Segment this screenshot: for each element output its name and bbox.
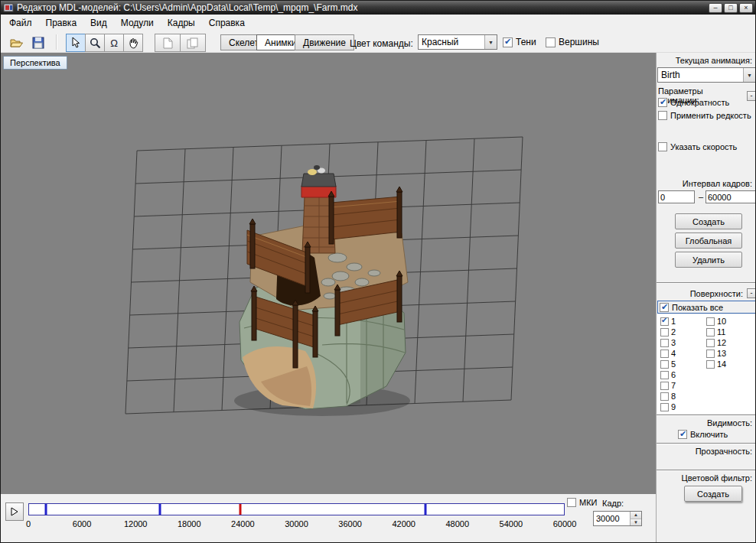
- select-tool-button[interactable]: [66, 34, 86, 52]
- checkbox-box: [658, 98, 667, 107]
- shadows-checkbox[interactable]: Тени: [503, 37, 536, 47]
- create-animation-button[interactable]: Создать: [675, 213, 742, 229]
- surface-checkbox-3[interactable]: 3: [660, 337, 676, 348]
- current-animation-value: Birth: [661, 70, 743, 80]
- checkbox-box: [660, 328, 669, 337]
- frame-copy-group: [155, 34, 206, 52]
- create-filter-button[interactable]: Создать: [684, 486, 742, 502]
- surface-checkbox-13[interactable]: 13: [706, 348, 726, 359]
- rotate-icon: Ω: [110, 38, 118, 48]
- surface-checkbox-7[interactable]: 7: [660, 380, 676, 391]
- menu-edit[interactable]: Правка: [39, 15, 84, 31]
- open-button[interactable]: [7, 34, 27, 51]
- tick-label: 48000: [446, 519, 470, 528]
- surfaces-more-button[interactable]: -: [747, 288, 756, 298]
- team-color-select[interactable]: Красный ▼: [418, 34, 497, 50]
- enable-checkbox[interactable]: Включить: [678, 430, 728, 439]
- current-animation-select[interactable]: Birth ▼: [657, 67, 756, 83]
- cursor-icon: [71, 37, 80, 49]
- speed-label: Указать скорость: [670, 142, 737, 151]
- tick-label: 42000: [392, 519, 415, 528]
- speed-checkbox[interactable]: Указать скорость: [658, 142, 737, 151]
- tick-label: 60000: [553, 519, 577, 528]
- delete-animation-button[interactable]: Удалить: [675, 252, 742, 268]
- interval-separator: –: [699, 192, 703, 201]
- menu-view[interactable]: Вид: [83, 15, 114, 31]
- copy-frame-button[interactable]: [155, 34, 181, 52]
- surface-checkbox-9[interactable]: 9: [660, 402, 676, 412]
- nonlooping-label: Однократность: [670, 98, 729, 107]
- rarity-checkbox[interactable]: Применить редкость: [658, 111, 751, 120]
- interval-end-input[interactable]: [705, 190, 756, 203]
- surface-checkbox-12[interactable]: 12: [706, 337, 726, 348]
- checkbox-box: [546, 37, 556, 47]
- shadows-label: Тени: [516, 37, 536, 47]
- play-icon: [9, 506, 20, 517]
- frame-interval-label: Интервал кадров:: [657, 179, 752, 188]
- viewport-canvas[interactable]: [1, 53, 656, 494]
- checkbox-box: [706, 339, 715, 347]
- surfaces-column-2: 10 11 12 13 14: [706, 316, 726, 369]
- spinner-up-button[interactable]: ▲: [631, 512, 641, 519]
- menu-modules[interactable]: Модули: [114, 15, 161, 31]
- play-button[interactable]: [5, 502, 24, 521]
- pan-tool-button[interactable]: [123, 34, 143, 52]
- global-button[interactable]: Глобальная: [675, 232, 742, 249]
- checkbox-box: [660, 339, 669, 347]
- timeline-marker[interactable]: [425, 504, 427, 515]
- surface-checkbox-11[interactable]: 11: [706, 327, 726, 337]
- tab-movement[interactable]: Движение: [295, 34, 354, 50]
- transparency-label: Прозрачность:: [657, 447, 752, 456]
- maximize-button[interactable]: □: [724, 3, 738, 13]
- surface-checkbox-10[interactable]: 10: [706, 316, 726, 327]
- timeline-marker[interactable]: [159, 504, 161, 515]
- zoom-tool-button[interactable]: [85, 34, 105, 52]
- titlebar: Редактор MDL-моделей: C:\Users\Admin\App…: [1, 1, 755, 15]
- save-button[interactable]: [28, 34, 48, 51]
- app-window: Редактор MDL-моделей: C:\Users\Admin\App…: [0, 0, 756, 543]
- surface-checkbox-5[interactable]: 5: [660, 359, 676, 369]
- perspective-button[interactable]: Перспектива: [3, 56, 67, 70]
- menu-help[interactable]: Справка: [202, 15, 252, 31]
- checkbox-box: [567, 498, 576, 507]
- frame-input[interactable]: [594, 512, 630, 525]
- nonlooping-checkbox[interactable]: Однократность: [658, 98, 729, 107]
- checkbox-box: [706, 317, 715, 326]
- rotate-tool-button[interactable]: Ω: [104, 34, 124, 52]
- checkbox-box: [660, 360, 669, 369]
- tick-label: 54000: [500, 519, 523, 528]
- timeline-ruler[interactable]: [28, 503, 565, 515]
- show-all-checkbox[interactable]: Показать все: [657, 301, 756, 314]
- minimize-button[interactable]: –: [709, 3, 722, 13]
- mki-checkbox[interactable]: МКИ: [567, 498, 597, 507]
- paste-frame-button[interactable]: [180, 34, 206, 52]
- farm-model: [234, 165, 410, 416]
- close-button[interactable]: ×: [739, 3, 753, 13]
- timeline: 0600012000180002400030000360004200048000…: [1, 494, 656, 543]
- toolbar-separator: [56, 34, 57, 50]
- menu-frames[interactable]: Кадры: [161, 15, 202, 31]
- vertices-checkbox[interactable]: Вершины: [546, 37, 599, 47]
- interval-start-input[interactable]: [658, 190, 695, 203]
- viewport[interactable]: Перспектива: [1, 53, 656, 494]
- timeline-marker[interactable]: [45, 504, 47, 515]
- documents-icon: [187, 37, 199, 49]
- surface-checkbox-14[interactable]: 14: [706, 359, 726, 369]
- surface-checkbox-8[interactable]: 8: [660, 391, 676, 402]
- spinner-down-button[interactable]: ▼: [631, 519, 641, 526]
- checkbox-box: [660, 382, 669, 390]
- checkbox-box: [658, 111, 667, 120]
- menu-file[interactable]: Файл: [2, 15, 39, 31]
- toolbar: Ω Скелет Анимки: [1, 31, 755, 53]
- surface-checkbox-6[interactable]: 6: [660, 369, 676, 380]
- separator: [657, 282, 756, 284]
- surface-checkbox-1[interactable]: 1: [660, 316, 676, 327]
- surface-checkbox-4[interactable]: 4: [660, 348, 676, 359]
- checkbox-box: [660, 350, 669, 358]
- mki-label: МКИ: [579, 498, 597, 507]
- surfaces-row: Поверхности: -: [658, 288, 756, 298]
- timeline-marker[interactable]: [240, 504, 242, 515]
- params-more-button[interactable]: -: [747, 91, 756, 101]
- document-icon: [163, 37, 173, 49]
- surface-checkbox-2[interactable]: 2: [660, 327, 676, 337]
